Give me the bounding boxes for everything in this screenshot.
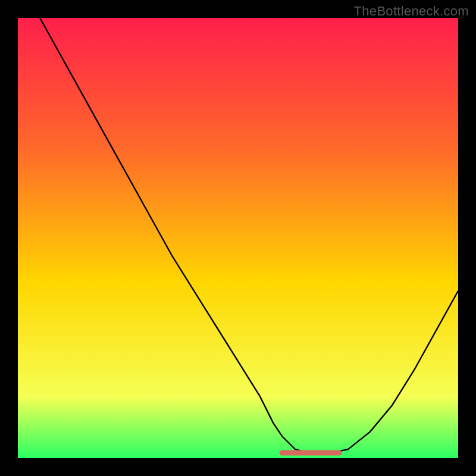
gradient-background bbox=[18, 18, 458, 458]
chart-frame bbox=[18, 18, 458, 458]
watermark-text: TheBottleneck.com bbox=[354, 4, 469, 19]
chart-canvas bbox=[18, 18, 458, 458]
